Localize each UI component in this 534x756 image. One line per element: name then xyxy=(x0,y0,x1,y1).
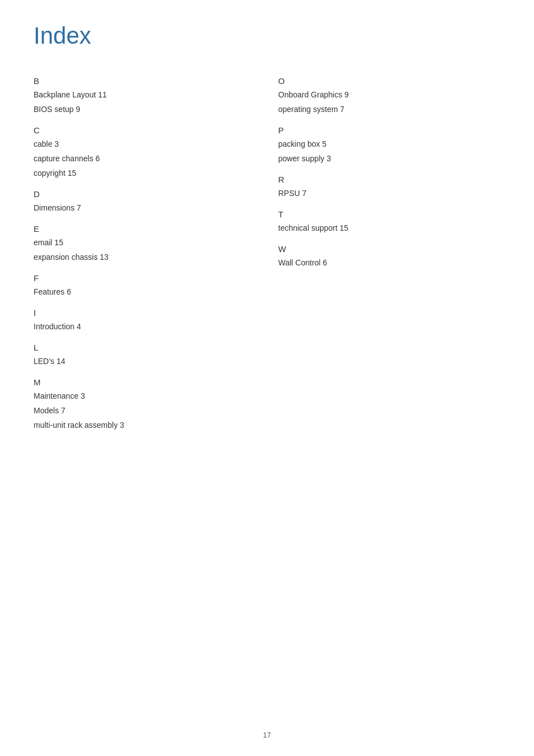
index-entry: multi-unit rack assembly 3 xyxy=(34,419,256,431)
index-section: RRPSU 7 xyxy=(278,175,500,199)
index-entry: capture channels 6 xyxy=(34,153,256,165)
section-letter: R xyxy=(278,175,500,184)
section-letter: O xyxy=(278,76,500,86)
index-section: IIntroduction 4 xyxy=(34,308,256,333)
index-entry: power supply 3 xyxy=(278,153,500,165)
index-entry: RPSU 7 xyxy=(278,188,500,199)
index-entry: Introduction 4 xyxy=(34,321,256,333)
section-letter: M xyxy=(34,377,256,387)
index-entry: Models 7 xyxy=(34,405,256,417)
section-letter: W xyxy=(278,244,500,254)
page-title: Index xyxy=(34,22,500,49)
section-letter: D xyxy=(34,189,256,199)
index-entry: Dimensions 7 xyxy=(34,202,256,214)
section-letter: T xyxy=(278,209,500,219)
index-entry: technical support 15 xyxy=(278,222,500,234)
index-section: DDimensions 7 xyxy=(34,189,256,214)
index-section: MMaintenance 3Models 7multi-unit rack as… xyxy=(34,377,256,431)
index-section: Eemail 15expansion chassis 13 xyxy=(34,224,256,263)
index-section: Ppacking box 5power supply 3 xyxy=(278,125,500,165)
index-entry: Wall Control 6 xyxy=(278,257,500,269)
index-entry: email 15 xyxy=(34,237,256,249)
page-footer: 17 xyxy=(0,731,534,739)
index-section: Ccable 3capture channels 6copyright 15 xyxy=(34,125,256,179)
index-entry: LED’s 14 xyxy=(34,356,256,367)
footer-page-number: 17 xyxy=(263,731,271,739)
index-section: BBackplane Layout 11BIOS setup 9 xyxy=(34,76,256,115)
index-entry: packing box 5 xyxy=(278,138,500,150)
index-entry: Maintenance 3 xyxy=(34,390,256,402)
page-container: Index BBackplane Layout 11BIOS setup 9Cc… xyxy=(0,0,534,756)
section-letter: P xyxy=(278,125,500,135)
index-section: Ttechnical support 15 xyxy=(278,209,500,234)
section-letter: B xyxy=(34,76,256,86)
index-layout: BBackplane Layout 11BIOS setup 9Ccable 3… xyxy=(34,66,500,436)
section-letter: C xyxy=(34,125,256,135)
section-letter: I xyxy=(34,308,256,318)
section-letter: L xyxy=(34,343,256,352)
index-entry: copyright 15 xyxy=(34,167,256,179)
index-section: OOnboard Graphics 9operating system 7 xyxy=(278,76,500,115)
index-entry: expansion chassis 13 xyxy=(34,251,256,263)
section-letter: F xyxy=(34,273,256,283)
left-column: BBackplane Layout 11BIOS setup 9Ccable 3… xyxy=(34,66,267,436)
right-column: OOnboard Graphics 9operating system 7Ppa… xyxy=(267,66,500,436)
index-entry: cable 3 xyxy=(34,138,256,150)
index-entry: Backplane Layout 11 xyxy=(34,89,256,101)
index-section: FFeatures 6 xyxy=(34,273,256,298)
index-entry: Features 6 xyxy=(34,286,256,298)
index-entry: BIOS setup 9 xyxy=(34,104,256,115)
index-entry: Onboard Graphics 9 xyxy=(278,89,500,101)
index-section: LLED’s 14 xyxy=(34,343,256,367)
section-letter: E xyxy=(34,224,256,234)
index-section: WWall Control 6 xyxy=(278,244,500,269)
index-entry: operating system 7 xyxy=(278,104,500,115)
